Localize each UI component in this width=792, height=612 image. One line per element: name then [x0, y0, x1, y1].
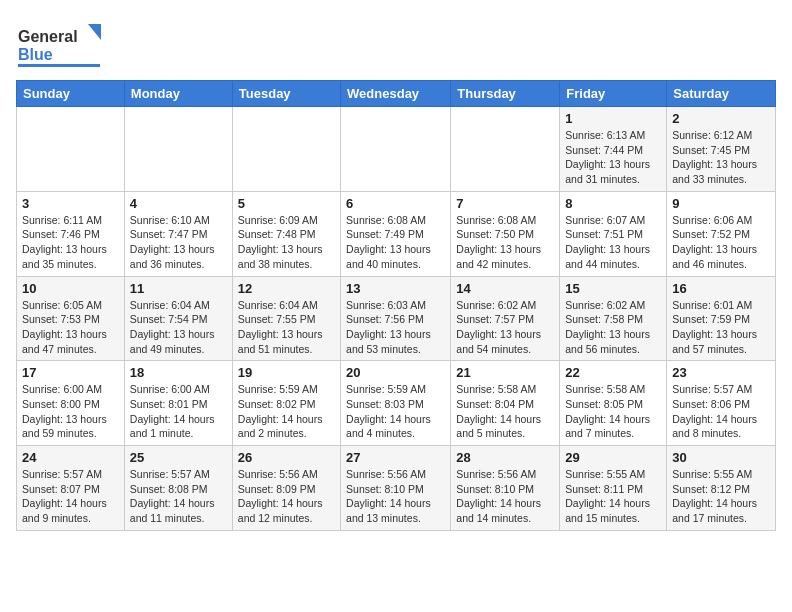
calendar-cell: 1Sunrise: 6:13 AMSunset: 7:44 PMDaylight…: [560, 107, 667, 192]
calendar-cell: 27Sunrise: 5:56 AMSunset: 8:10 PMDayligh…: [341, 446, 451, 531]
calendar-cell: 26Sunrise: 5:56 AMSunset: 8:09 PMDayligh…: [232, 446, 340, 531]
svg-marker-1: [88, 24, 101, 40]
day-info: Sunrise: 6:04 AMSunset: 7:55 PMDaylight:…: [238, 298, 335, 357]
calendar-cell: 30Sunrise: 5:55 AMSunset: 8:12 PMDayligh…: [667, 446, 776, 531]
day-number: 21: [456, 365, 554, 380]
day-number: 2: [672, 111, 770, 126]
day-number: 22: [565, 365, 661, 380]
svg-text:Blue: Blue: [18, 46, 53, 63]
day-number: 3: [22, 196, 119, 211]
day-info: Sunrise: 6:06 AMSunset: 7:52 PMDaylight:…: [672, 213, 770, 272]
day-info: Sunrise: 6:01 AMSunset: 7:59 PMDaylight:…: [672, 298, 770, 357]
svg-text:General: General: [18, 28, 78, 45]
calendar-body: 1Sunrise: 6:13 AMSunset: 7:44 PMDaylight…: [17, 107, 776, 531]
calendar-cell: [451, 107, 560, 192]
day-number: 10: [22, 281, 119, 296]
day-info: Sunrise: 6:04 AMSunset: 7:54 PMDaylight:…: [130, 298, 227, 357]
calendar-week-3: 10Sunrise: 6:05 AMSunset: 7:53 PMDayligh…: [17, 276, 776, 361]
calendar-header: SundayMondayTuesdayWednesdayThursdayFrid…: [17, 81, 776, 107]
day-number: 11: [130, 281, 227, 296]
calendar-table: SundayMondayTuesdayWednesdayThursdayFrid…: [16, 80, 776, 531]
calendar-cell: 14Sunrise: 6:02 AMSunset: 7:57 PMDayligh…: [451, 276, 560, 361]
day-number: 4: [130, 196, 227, 211]
day-number: 18: [130, 365, 227, 380]
day-info: Sunrise: 5:58 AMSunset: 8:04 PMDaylight:…: [456, 382, 554, 441]
calendar-cell: 18Sunrise: 6:00 AMSunset: 8:01 PMDayligh…: [124, 361, 232, 446]
day-number: 25: [130, 450, 227, 465]
day-number: 26: [238, 450, 335, 465]
day-number: 16: [672, 281, 770, 296]
day-info: Sunrise: 6:08 AMSunset: 7:49 PMDaylight:…: [346, 213, 445, 272]
weekday-header-tuesday: Tuesday: [232, 81, 340, 107]
calendar-cell: 28Sunrise: 5:56 AMSunset: 8:10 PMDayligh…: [451, 446, 560, 531]
day-number: 23: [672, 365, 770, 380]
calendar-cell: 12Sunrise: 6:04 AMSunset: 7:55 PMDayligh…: [232, 276, 340, 361]
calendar-cell: 20Sunrise: 5:59 AMSunset: 8:03 PMDayligh…: [341, 361, 451, 446]
day-info: Sunrise: 6:07 AMSunset: 7:51 PMDaylight:…: [565, 213, 661, 272]
calendar-cell: [124, 107, 232, 192]
weekday-header-wednesday: Wednesday: [341, 81, 451, 107]
day-number: 5: [238, 196, 335, 211]
calendar-cell: 9Sunrise: 6:06 AMSunset: 7:52 PMDaylight…: [667, 191, 776, 276]
day-info: Sunrise: 5:56 AMSunset: 8:10 PMDaylight:…: [456, 467, 554, 526]
calendar-week-4: 17Sunrise: 6:00 AMSunset: 8:00 PMDayligh…: [17, 361, 776, 446]
day-info: Sunrise: 6:00 AMSunset: 8:01 PMDaylight:…: [130, 382, 227, 441]
calendar-cell: 3Sunrise: 6:11 AMSunset: 7:46 PMDaylight…: [17, 191, 125, 276]
day-info: Sunrise: 5:55 AMSunset: 8:11 PMDaylight:…: [565, 467, 661, 526]
day-number: 8: [565, 196, 661, 211]
calendar-cell: 29Sunrise: 5:55 AMSunset: 8:11 PMDayligh…: [560, 446, 667, 531]
day-info: Sunrise: 6:09 AMSunset: 7:48 PMDaylight:…: [238, 213, 335, 272]
day-number: 19: [238, 365, 335, 380]
day-number: 6: [346, 196, 445, 211]
day-info: Sunrise: 6:02 AMSunset: 7:57 PMDaylight:…: [456, 298, 554, 357]
calendar-cell: 8Sunrise: 6:07 AMSunset: 7:51 PMDaylight…: [560, 191, 667, 276]
weekday-header-saturday: Saturday: [667, 81, 776, 107]
day-number: 28: [456, 450, 554, 465]
calendar-cell: 25Sunrise: 5:57 AMSunset: 8:08 PMDayligh…: [124, 446, 232, 531]
day-number: 7: [456, 196, 554, 211]
svg-rect-3: [18, 64, 100, 67]
calendar-cell: [232, 107, 340, 192]
weekday-header-thursday: Thursday: [451, 81, 560, 107]
weekday-header-sunday: Sunday: [17, 81, 125, 107]
day-info: Sunrise: 5:55 AMSunset: 8:12 PMDaylight:…: [672, 467, 770, 526]
weekday-header-row: SundayMondayTuesdayWednesdayThursdayFrid…: [17, 81, 776, 107]
day-info: Sunrise: 5:59 AMSunset: 8:03 PMDaylight:…: [346, 382, 445, 441]
day-number: 9: [672, 196, 770, 211]
logo: General Blue: [16, 20, 101, 72]
calendar-cell: 11Sunrise: 6:04 AMSunset: 7:54 PMDayligh…: [124, 276, 232, 361]
day-number: 15: [565, 281, 661, 296]
day-info: Sunrise: 6:13 AMSunset: 7:44 PMDaylight:…: [565, 128, 661, 187]
calendar-cell: 24Sunrise: 5:57 AMSunset: 8:07 PMDayligh…: [17, 446, 125, 531]
calendar-cell: 10Sunrise: 6:05 AMSunset: 7:53 PMDayligh…: [17, 276, 125, 361]
calendar-cell: 6Sunrise: 6:08 AMSunset: 7:49 PMDaylight…: [341, 191, 451, 276]
calendar-cell: 21Sunrise: 5:58 AMSunset: 8:04 PMDayligh…: [451, 361, 560, 446]
calendar-cell: 2Sunrise: 6:12 AMSunset: 7:45 PMDaylight…: [667, 107, 776, 192]
weekday-header-friday: Friday: [560, 81, 667, 107]
calendar-cell: 23Sunrise: 5:57 AMSunset: 8:06 PMDayligh…: [667, 361, 776, 446]
calendar-cell: 22Sunrise: 5:58 AMSunset: 8:05 PMDayligh…: [560, 361, 667, 446]
day-info: Sunrise: 5:57 AMSunset: 8:08 PMDaylight:…: [130, 467, 227, 526]
calendar-cell: 13Sunrise: 6:03 AMSunset: 7:56 PMDayligh…: [341, 276, 451, 361]
day-number: 17: [22, 365, 119, 380]
weekday-header-monday: Monday: [124, 81, 232, 107]
day-info: Sunrise: 5:59 AMSunset: 8:02 PMDaylight:…: [238, 382, 335, 441]
day-info: Sunrise: 5:58 AMSunset: 8:05 PMDaylight:…: [565, 382, 661, 441]
day-info: Sunrise: 6:03 AMSunset: 7:56 PMDaylight:…: [346, 298, 445, 357]
page-header: General Blue: [16, 16, 776, 72]
logo-svg: General Blue: [16, 20, 101, 72]
day-info: Sunrise: 6:08 AMSunset: 7:50 PMDaylight:…: [456, 213, 554, 272]
day-number: 1: [565, 111, 661, 126]
day-number: 20: [346, 365, 445, 380]
calendar-cell: 17Sunrise: 6:00 AMSunset: 8:00 PMDayligh…: [17, 361, 125, 446]
calendar-cell: 15Sunrise: 6:02 AMSunset: 7:58 PMDayligh…: [560, 276, 667, 361]
calendar-week-1: 1Sunrise: 6:13 AMSunset: 7:44 PMDaylight…: [17, 107, 776, 192]
calendar-cell: 4Sunrise: 6:10 AMSunset: 7:47 PMDaylight…: [124, 191, 232, 276]
day-number: 27: [346, 450, 445, 465]
day-number: 13: [346, 281, 445, 296]
day-info: Sunrise: 6:12 AMSunset: 7:45 PMDaylight:…: [672, 128, 770, 187]
day-number: 24: [22, 450, 119, 465]
day-info: Sunrise: 5:57 AMSunset: 8:07 PMDaylight:…: [22, 467, 119, 526]
day-number: 29: [565, 450, 661, 465]
calendar-cell: 5Sunrise: 6:09 AMSunset: 7:48 PMDaylight…: [232, 191, 340, 276]
